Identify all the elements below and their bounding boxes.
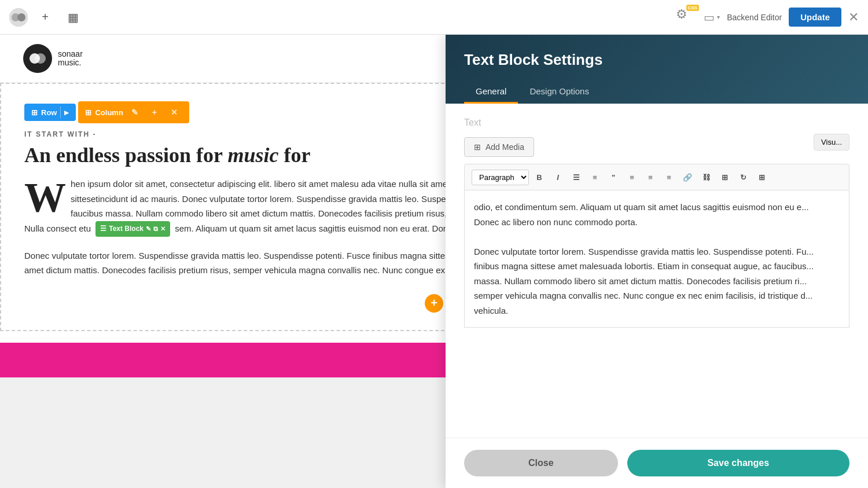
logo-area: sonaar music.: [23, 44, 83, 73]
column-label: Column: [95, 108, 123, 117]
row-icon: ⊞: [31, 108, 38, 117]
logo-icon: [23, 44, 52, 73]
css-badge: CSS: [686, 5, 699, 11]
toolbar-right: ⚙ CSS ▭ ▾ Backend Editor Update ✕: [676, 7, 859, 28]
add-media-label: Add Media: [486, 142, 524, 152]
row-arrow: ▶: [64, 109, 69, 116]
row-label: Row: [41, 108, 57, 117]
table-button[interactable]: ⊞: [716, 169, 733, 185]
save-changes-button[interactable]: Save changes: [627, 450, 849, 476]
visual-tab-button[interactable]: Visu...: [814, 134, 849, 151]
panel-footer: Close Save changes: [446, 438, 868, 488]
panel-title: Text Block Settings: [464, 51, 849, 69]
add-button[interactable]: +: [35, 7, 56, 28]
tab-design-options[interactable]: Design Options: [518, 80, 601, 104]
tab-general[interactable]: General: [464, 80, 518, 104]
text-block-icon: ☰: [100, 223, 106, 234]
pill-divider: [60, 107, 61, 118]
gear-button[interactable]: ⚙ CSS: [676, 7, 697, 28]
close-panel-button[interactable]: Close: [464, 450, 618, 476]
svg-point-4: [35, 53, 46, 64]
top-toolbar: + ▦ ⚙ CSS ▭ ▾ Backend Editor Update ✕: [0, 0, 868, 35]
link-button[interactable]: 🔗: [679, 169, 696, 185]
toolbar-logo: [9, 8, 28, 27]
italic-button[interactable]: I: [550, 169, 566, 185]
panel-body: Text ⊞ Add Media Visu... Paragraph B I ☰…: [446, 104, 868, 438]
logo-text: sonaar music.: [58, 50, 83, 68]
layout-icon: ▦: [68, 10, 79, 24]
panel-tabs: General Design Options: [464, 80, 849, 104]
text-block-close[interactable]: ✕: [160, 223, 165, 234]
add-block-button[interactable]: +: [425, 294, 443, 313]
column-close-icon[interactable]: ✕: [166, 104, 182, 120]
unordered-list-button[interactable]: ☰: [568, 169, 584, 185]
text-field-label: Text: [464, 118, 849, 128]
row-pill[interactable]: ⊞ Row ▶: [24, 104, 76, 121]
editor-toolbar: Paragraph B I ☰ ≡ " ≡ ≡ ≡ 🔗 ⛓ ⊞ ↻ ⊞: [464, 164, 849, 190]
add-media-button[interactable]: ⊞ Add Media: [464, 137, 534, 157]
unlink-button[interactable]: ⛓: [698, 169, 714, 185]
ordered-list-button[interactable]: ≡: [587, 169, 603, 185]
backend-editor-label[interactable]: Backend Editor: [727, 13, 782, 22]
blockquote-button[interactable]: ": [605, 169, 621, 185]
align-right-button[interactable]: ≡: [661, 169, 677, 185]
bold-button[interactable]: B: [531, 169, 547, 185]
dropdown-arrow: ▾: [717, 14, 720, 20]
panel-header: Text Block Settings General Design Optio…: [446, 35, 868, 104]
text-block-edit[interactable]: ✎: [146, 223, 151, 234]
monitor-icon: ▭: [704, 10, 715, 24]
layout-button[interactable]: ▦: [62, 7, 83, 28]
dropcap-letter: W: [24, 181, 66, 215]
text-block-copy[interactable]: ⧉: [153, 223, 158, 234]
monitor-button[interactable]: ▭ ▾: [704, 10, 720, 24]
editor-content[interactable]: odio, et condimentum sem. Aliquam ut qua…: [464, 190, 849, 328]
refresh-button[interactable]: ↻: [735, 169, 751, 185]
settings-panel: Text Block Settings General Design Optio…: [446, 35, 868, 488]
column-add-icon[interactable]: +: [146, 104, 163, 120]
close-toolbar-button[interactable]: ✕: [848, 10, 859, 25]
svg-point-2: [17, 13, 25, 21]
add-media-icon: ⊞: [474, 142, 481, 152]
column-icon: ⊞: [85, 108, 91, 117]
column-edit-icon[interactable]: ✎: [127, 104, 143, 120]
column-pill[interactable]: ⊞ Column ✎ + ✕: [78, 101, 189, 123]
text-block-label: Text Block: [109, 223, 144, 234]
paragraph-select[interactable]: Paragraph: [472, 170, 529, 185]
grid-button[interactable]: ⊞: [753, 169, 770, 185]
align-center-button[interactable]: ≡: [642, 169, 659, 185]
align-left-button[interactable]: ≡: [624, 169, 640, 185]
update-button[interactable]: Update: [789, 8, 841, 27]
